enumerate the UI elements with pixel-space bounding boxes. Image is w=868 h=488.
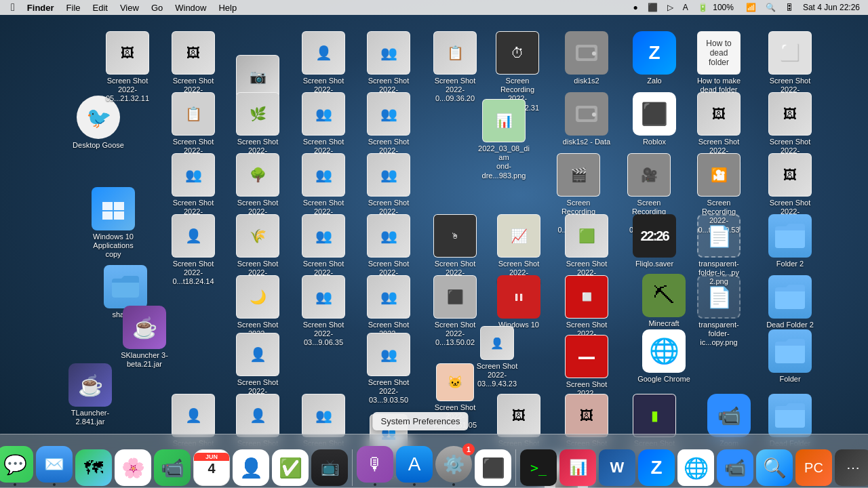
dock-jetbrains[interactable]: PC <box>795 449 832 486</box>
svg-rect-3 <box>114 211 124 220</box>
dock-finder[interactable]: 🔍 <box>756 449 793 486</box>
ss1-icon[interactable]: 🖼 Screen Shot2022-05...21.32.11 <box>97 28 158 107</box>
deadfolder2-icon[interactable]: Dead Folder 2 <box>760 272 821 333</box>
menu-file[interactable]: File <box>61 1 86 14</box>
dock-separator <box>352 449 353 486</box>
sklauncher-label: SKlauncher 3-beta.21.jar <box>119 350 170 369</box>
desktop-goose-label: Desktop Goose <box>71 140 125 150</box>
fliqlo-icon[interactable]: 22:26 Fliqlo.saver <box>624 211 685 272</box>
wifi-icon[interactable]: 📶 <box>743 3 759 12</box>
ss33-icon[interactable]: 👥 Screen Shot2022-03...9.03.50 <box>358 330 419 409</box>
menu-bar-left:  Finder File Edit View Go Window Help <box>5 1 242 14</box>
datetime-display: Sat 4 Jun 22:26 <box>800 3 863 12</box>
sysprefs-badge: 1 <box>462 443 475 455</box>
menu-go[interactable]: Go <box>146 1 168 14</box>
folder3-icon[interactable]: Folder <box>760 327 821 387</box>
menu-window[interactable]: Window <box>170 1 212 14</box>
dock-calendar[interactable]: JUN 4 <box>193 449 230 486</box>
text-input-icon: A <box>680 3 691 12</box>
dock-reminders[interactable]: ✅ <box>272 449 309 486</box>
tlauncher-label: TLauncher-2.841.jar <box>62 408 118 427</box>
search-icon[interactable]: 🔍 <box>763 3 778 12</box>
svg-rect-9 <box>592 113 596 117</box>
screen-mirroring: ⬛ <box>645 3 660 12</box>
dock-tv[interactable]: 📺 <box>311 449 348 486</box>
svg-rect-1 <box>114 202 124 210</box>
disk1s2-icon[interactable]: disk1s2 <box>556 28 617 89</box>
dock-terminal[interactable]: >_ <box>520 449 557 486</box>
dock-appstore[interactable]: A <box>396 446 433 486</box>
roblox-icon[interactable]: ⬛ Roblox <box>624 89 685 150</box>
menu-finder[interactable]: Finder <box>22 1 60 14</box>
dock-word[interactable]: W <box>599 449 635 486</box>
menu-help[interactable]: Help <box>213 1 242 14</box>
svg-rect-0 <box>102 202 113 210</box>
transparent2-icon[interactable]: 📄 transparent-folder-ic...opy.png <box>688 272 749 351</box>
dock-maps[interactable]: 🗺 <box>75 449 112 486</box>
disk1s2-data-icon[interactable]: disk1s2 - Data <box>556 89 617 150</box>
dock-dot <box>413 483 416 486</box>
zalo-icon[interactable]: Z Zalo <box>624 28 685 89</box>
minecraft-icon[interactable]: ⛏ Minecraft <box>633 271 694 331</box>
dock-sysprefs[interactable]: ⚙️ 1 <box>435 446 472 486</box>
ss26-icon[interactable]: 👥 Screen Shot2022-03...9.06.35 <box>293 272 354 351</box>
dock-podcasts[interactable]: 🎙 <box>357 446 393 486</box>
dock-contacts[interactable]: 👤 <box>233 449 269 486</box>
battery-icon: 🔋 100% <box>695 3 739 12</box>
dock-facetime[interactable]: 📹 <box>154 449 191 486</box>
sklauncher-icon[interactable]: ☕ SKlauncher 3-beta.21.jar <box>114 303 175 372</box>
dock-chrome[interactable]: 🌐 <box>677 449 714 486</box>
apple-menu[interactable]:  <box>5 1 20 14</box>
chrome-icon[interactable]: 🌐 Google Chrome <box>633 327 694 387</box>
dock-keynote[interactable]: 📊 <box>559 449 596 486</box>
svg-rect-6 <box>592 52 596 56</box>
folder2-icon[interactable]: Folder 2 <box>760 211 821 272</box>
dock-dot <box>53 483 56 486</box>
ss6-icon[interactable]: 📋 Screen Shot2022-0...09.36.20 <box>425 28 486 107</box>
svg-rect-2 <box>102 211 113 220</box>
desktop-icons: 🐦 Desktop Goose Windows 10Applications c… <box>0 15 868 434</box>
dock: 💬 ✉️ 🗺 🌸 📹 JUN 4 👤 <box>0 434 868 488</box>
howto-icon[interactable]: How todeadfolder How to make dead folder <box>688 28 749 98</box>
menu-edit[interactable]: Edit <box>87 1 113 14</box>
menu-view[interactable]: View <box>115 1 144 14</box>
windows10-label: Windows 10Applications copy <box>85 232 141 260</box>
tlauncher-icon[interactable]: ☕ TLauncher-2.841.jar <box>60 361 121 430</box>
dock-dot <box>452 483 455 486</box>
dock-photos[interactable]: 🌸 <box>115 449 151 486</box>
system-prefs-tooltip: System Preferences <box>372 412 468 430</box>
dock-roblox[interactable]: ⬛ <box>475 449 511 486</box>
airplay-icon: ▷ <box>665 3 676 12</box>
recording-indicator: ● <box>631 3 641 12</box>
dock-dot <box>14 483 16 486</box>
menu-bar:  Finder File Edit View Go Window Help ●… <box>0 0 868 15</box>
dock-other[interactable]: ⋯ <box>835 449 868 486</box>
dock-dot <box>374 483 376 486</box>
dock-messages[interactable]: 💬 <box>0 446 33 486</box>
diamond-icon[interactable]: 📊 2022_03_08_diamond-dre...983.png <box>473 96 534 184</box>
dock-zalo[interactable]: Z <box>638 449 675 486</box>
ss18-icon[interactable]: 👤 Screen Shot2022-0...t18.24.14 <box>163 211 224 290</box>
control-center-icon[interactable]: 🎛 <box>783 3 796 12</box>
dock-zoom[interactable]: 📹 <box>717 449 753 486</box>
windows10-icon[interactable]: Windows 10Applications copy <box>83 184 144 263</box>
dock-separator2 <box>515 449 516 486</box>
menu-bar-right: ● ⬛ ▷ A 🔋 100% 📶 🔍 🎛 Sat 4 Jun 22:26 <box>631 3 863 12</box>
dock-mail[interactable]: ✉️ <box>36 446 73 486</box>
